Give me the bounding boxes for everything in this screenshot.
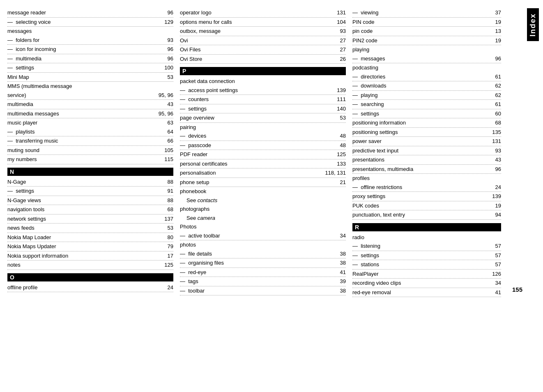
list-item: Photos [180,222,346,231]
list-item: See contacts [180,196,346,205]
list-item: Nokia support information 17 [7,251,173,261]
list-item: — multimedia 96 [7,54,173,64]
list-item: photographs [180,205,346,214]
list-item: — tags 39 [180,277,346,286]
list-item: — toolbar 38 [180,286,346,296]
list-item: radio [352,233,501,242]
list-item: — messages 96 [352,54,501,64]
list-item: network settings 137 [7,214,173,224]
list-item: — access point settings 139 [180,86,346,95]
list-item: navigation tools 68 [7,205,173,214]
list-item: — selecting voice 129 [7,18,173,27]
list-item: — active toolbar 34 [180,231,346,241]
list-item: notes 125 [7,261,173,270]
list-item: presentations 43 [352,155,501,165]
section-header-n: N [7,168,173,176]
index-sidebar-label: Index [527,8,539,41]
list-item: — playing 62 [352,91,501,100]
list-item: N-Gage 88 [7,178,173,187]
list-item: personal certificates 133 [180,159,346,169]
list-item: — stations 57 [352,260,501,270]
list-item: recording video clips 34 [352,279,501,288]
list-item: multimedia messages 95, 96 [7,109,173,119]
section-header-p: P [180,67,346,75]
section-header-r: R [352,223,501,231]
list-item: offline profile 24 [7,283,173,293]
section-header-o: O [7,273,173,281]
list-item: Nokia Map Loader 80 [7,233,173,242]
page-number: 155 [512,286,522,293]
list-item: pairing [180,123,346,132]
list-item: — settings 100 [7,63,173,73]
list-item: news feeds 53 [7,224,173,233]
list-item: podcasting [352,63,501,72]
list-item: — red-eye 41 [180,268,346,277]
list-item: power saver 131 [352,137,501,146]
list-item: See camera [180,214,346,223]
list-item: — settings 140 [180,104,346,114]
list-item: — icon for incoming 96 [7,45,173,54]
list-item: positioning information 68 [352,118,501,128]
list-item: — settings 60 [352,109,501,119]
list-item: — settings 57 [352,251,501,261]
list-item: MMS (multimedia message [7,82,173,91]
list-item: Nokia Maps Updater 79 [7,242,173,251]
list-item: proxy settings 139 [352,192,501,201]
list-item: — devices 48 [180,131,346,141]
list-item: message reader 96 [7,8,173,18]
list-item: service) 95, 96 [7,91,173,100]
list-item: page overview 53 [180,113,346,123]
list-item: — organising files 38 [180,258,346,268]
list-item: positioning settings 135 [352,128,501,137]
list-item: — passcode 48 [180,141,346,150]
list-item: music player 63 [7,118,173,127]
list-item: Mini Map 53 [7,73,173,82]
list-item: PIN2 code 19 [352,36,501,46]
list-item: muting sound 105 [7,146,173,155]
list-item: messages [7,27,173,36]
list-item: operator logo 131 [180,8,346,18]
list-item: pin code 13 [352,27,501,36]
list-item: phonebook [180,187,346,196]
list-item: — directories 61 [352,72,501,82]
list-item: Ovi Files 27 [180,45,346,55]
list-item: PUK codes 19 [352,201,501,211]
list-item: multimedia 43 [7,100,173,109]
list-item: outbox, message 93 [180,27,346,36]
list-item: Ovi 27 [180,36,346,46]
list-item: photos [180,240,346,249]
list-item: — searching 61 [352,100,501,109]
list-item: packet data connection [180,77,346,86]
page-container: message reader 96 — selecting voice 129 … [4,8,539,297]
list-item: — counters 111 [180,95,346,104]
list-item: presentations, multimedia 96 [352,165,501,174]
list-item: options menu for calls 104 [180,18,346,27]
list-item: predictive text input 93 [352,146,501,156]
list-item: — viewing 37 [352,8,501,18]
list-item: personalisation 118, 131 [180,168,346,178]
list-item: PIN code 19 [352,18,501,27]
list-item: — playlists 64 [7,127,173,137]
column-1: message reader 96 — selecting voice 129 … [4,8,177,297]
list-item: profiles [352,174,501,183]
list-item: — transferring music 66 [7,136,173,146]
list-item: RealPlayer 126 [352,270,501,279]
list-item: phone setup 21 [180,178,346,187]
list-item: playing [352,45,501,54]
list-item: red-eye removal 41 [352,288,501,297]
column-2: operator logo 131 options menu for calls… [177,8,349,297]
list-item: — offline restrictions 24 [352,183,501,192]
list-item: my numbers 115 [7,155,173,164]
list-item: — folders for 93 [7,36,173,45]
list-item: — settings 91 [7,187,173,196]
column-3: — viewing 37 PIN code 19 pin code 13 PIN… [349,8,522,297]
list-item: — listening 57 [352,242,501,251]
list-item: — downloads 62 [352,81,501,91]
list-item: — file details 38 [180,249,346,259]
list-item: Ovi Store 26 [180,55,346,64]
list-item: N-Gage views 88 [7,196,173,205]
list-item: PDF reader 125 [180,150,346,159]
list-item: punctuation, text entry 94 [352,210,501,220]
